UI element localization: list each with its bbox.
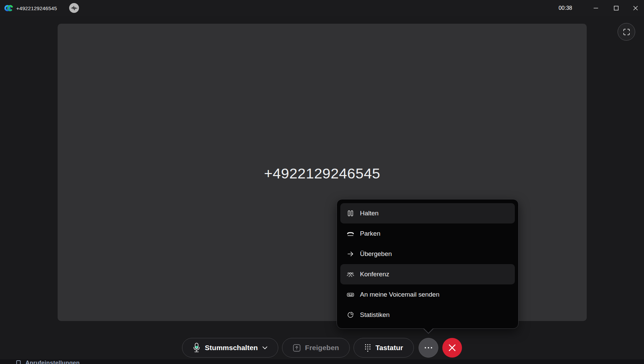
audio-waveform-chip (69, 3, 79, 13)
menu-item-hold[interactable]: Halten (340, 203, 515, 223)
fullscreen-button[interactable] (618, 23, 635, 41)
titlebar-caller-number: +4922129246545 (16, 0, 57, 16)
caller-number-display: +4922129246545 (58, 165, 587, 182)
menu-item-label: Parken (360, 230, 380, 237)
call-options-menu: Halten Parken Übergeben (337, 199, 519, 329)
menu-item-label: Halten (360, 210, 379, 217)
share-screen-icon (293, 344, 301, 352)
menu-item-send-to-voicemail[interactable]: An meine Voicemail senden (340, 284, 515, 305)
fullscreen-icon (623, 29, 630, 35)
arrow-right-icon (346, 250, 355, 258)
call-timer: 00:38 (559, 0, 572, 16)
ellipsis-icon (424, 346, 433, 349)
clipped-bottom-text: Anrufeinstellungen (25, 360, 80, 364)
minimize-button[interactable] (586, 0, 606, 16)
pause-icon (346, 209, 355, 217)
share-button-label: Freigeben (305, 344, 339, 352)
menu-item-park[interactable]: Parken (340, 223, 515, 244)
chevron-down-icon (262, 346, 267, 349)
voicemail-icon (346, 291, 355, 299)
clipped-settings-icon (16, 360, 21, 364)
pie-chart-icon (346, 311, 355, 319)
menu-item-label: Statistiken (360, 311, 390, 319)
more-options-button[interactable] (419, 338, 438, 358)
people-icon (346, 270, 355, 278)
maximize-button[interactable] (606, 0, 626, 16)
waveform-icon (71, 4, 78, 12)
maximize-icon (614, 6, 619, 10)
webex-logo-icon (4, 3, 14, 13)
menu-item-transfer[interactable]: Übergeben (340, 244, 515, 264)
keypad-button[interactable]: Tastatur (354, 338, 414, 358)
call-park-icon (346, 230, 355, 238)
menu-item-label: An meine Voicemail senden (360, 291, 439, 298)
menu-item-conference[interactable]: Konferenz (340, 264, 515, 284)
microphone-icon (193, 343, 200, 353)
end-call-x-icon (448, 344, 456, 352)
mute-button-label: Stummschalten (205, 344, 258, 352)
menu-item-label: Übergeben (360, 250, 392, 258)
menu-item-label: Konferenz (360, 271, 389, 278)
share-button[interactable]: Freigeben (282, 338, 350, 358)
clipped-bottom-strip: Anrufeinstellungen (0, 359, 644, 364)
mute-button[interactable]: Stummschalten (182, 338, 278, 358)
keypad-button-label: Tastatur (376, 344, 403, 352)
close-icon (633, 6, 638, 10)
title-bar: +4922129246545 00:38 (0, 0, 644, 16)
keypad-icon (364, 343, 371, 352)
end-call-button[interactable] (442, 338, 462, 358)
close-button[interactable] (627, 0, 644, 16)
menu-item-statistics[interactable]: Statistiken (340, 305, 515, 325)
minimize-icon (593, 6, 598, 10)
